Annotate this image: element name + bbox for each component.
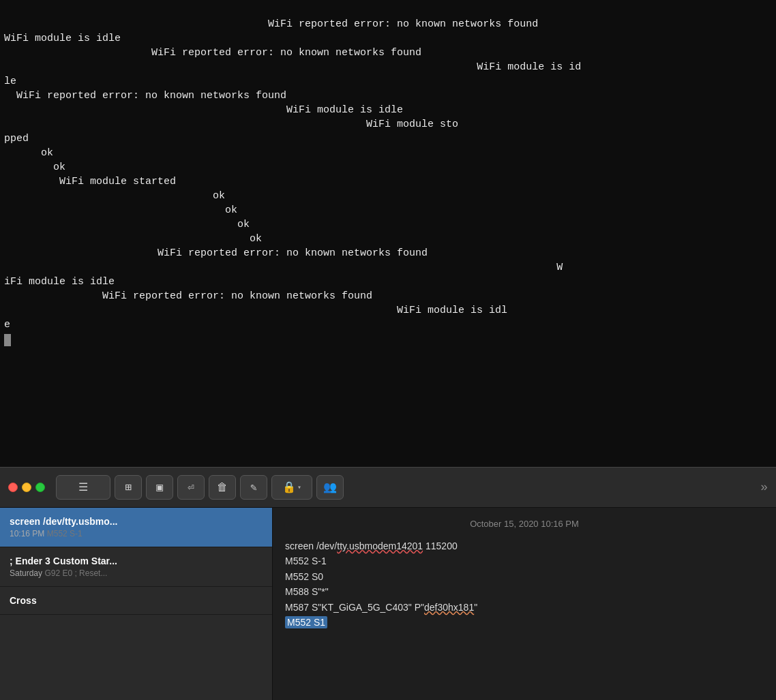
detail-line-2: M552 S0 [285,569,764,584]
traffic-lights [8,483,45,492]
detail-line-4: M587 S"KT_GiGA_5G_C403" P"def30hx181" [285,600,764,615]
grid-view-button[interactable]: ⊞ [115,475,142,500]
sidebar-toggle-button[interactable]: ▣ [146,475,173,500]
session-list: screen /dev/tty.usbmo... 10:16 PM M552 S… [0,508,273,700]
chevron-down-icon: ▾ [297,483,301,491]
detail-line-3: M588 S"*" [285,584,764,599]
session-item-2[interactable]: Cross [0,587,272,615]
hamburger-menu-button[interactable]: ☰ [56,475,110,500]
session-subtitle-1: Saturday G92 E0 ; Reset... [10,568,263,578]
close-button[interactable] [8,483,18,492]
detail-line-1: M552 S-1 [285,553,764,568]
session-title-1: ; Ender 3 Custom Star... [10,556,263,566]
compose-icon: ✎ [250,481,257,494]
terminal-text: WiFi reported error: no known networks f… [4,18,581,345]
detail-line-0: screen /dev/tty.usbmodem14201 115200 [285,538,764,553]
terminal-cursor [4,334,11,346]
terminal-output: WiFi reported error: no known networks f… [0,0,776,467]
session-item-1[interactable]: ; Ender 3 Custom Star... Saturday G92 E0… [0,547,272,587]
grid-icon: ⊞ [125,481,132,494]
archive-button[interactable]: ⏎ [177,475,205,500]
session-title-0: screen /dev/tty.usbmo... [10,516,263,527]
share-icon: 👥 [323,481,337,494]
delete-button[interactable]: 🗑 [209,475,236,500]
underline-tty: tty.usbmodem14201 [337,541,423,551]
maximize-button[interactable] [35,483,45,492]
session-item-0[interactable]: screen /dev/tty.usbmo... 10:16 PM M552 S… [0,508,272,547]
hamburger-icon: ☰ [78,481,88,494]
lock-dropdown-button[interactable]: 🔒 ▾ [271,475,312,500]
archive-icon: ⏎ [188,481,194,494]
detail-date: October 15, 2020 10:16 PM [285,519,764,529]
lock-icon: 🔒 [282,481,296,494]
trash-icon: 🗑 [217,481,228,494]
compose-button[interactable]: ✎ [240,475,267,500]
detail-panel: October 15, 2020 10:16 PM screen /dev/tt… [273,508,776,700]
selected-text: M552 S1 [285,616,327,628]
detail-line-5: M552 S1 [285,615,764,630]
session-title-2: Cross [10,595,263,606]
bottom-panel: screen /dev/tty.usbmo... 10:16 PM M552 S… [0,508,776,700]
toolbar: ☰ ⊞ ▣ ⏎ 🗑 ✎ 🔒 ▾ 👥 » [0,467,776,508]
sidebar-icon: ▣ [156,481,163,494]
minimize-button[interactable] [22,483,31,492]
overflow-button[interactable]: » [760,481,768,494]
underline-pass: def30hx181 [424,602,474,613]
session-subtitle-0: 10:16 PM M552 S-1 [10,529,263,538]
share-button[interactable]: 👥 [316,475,344,500]
